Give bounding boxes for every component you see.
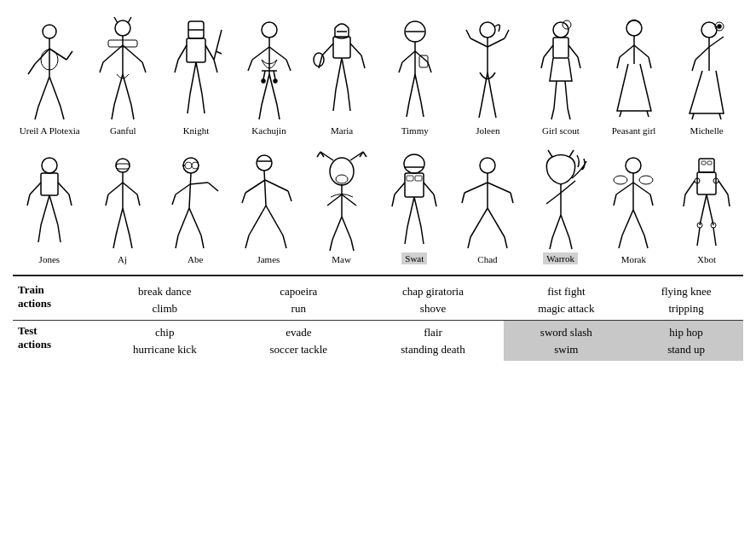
svg-line-115	[30, 183, 41, 194]
svg-line-94	[551, 108, 554, 119]
svg-line-72	[415, 74, 421, 102]
svg-line-191	[511, 193, 513, 203]
svg-line-127	[123, 183, 137, 194]
character-james: James	[239, 150, 298, 264]
svg-line-117	[27, 194, 30, 206]
svg-line-5	[49, 77, 61, 107]
svg-line-226	[728, 194, 730, 206]
svg-line-66	[402, 51, 415, 62]
label-aj: Aj	[118, 254, 127, 264]
figure-ganful	[93, 13, 153, 124]
svg-line-130	[116, 208, 123, 235]
svg-line-57	[361, 55, 365, 68]
svg-line-164	[363, 152, 366, 157]
svg-point-173	[404, 154, 424, 173]
svg-line-144	[189, 208, 201, 235]
character-aj: Aj	[93, 150, 153, 264]
svg-line-88	[544, 45, 553, 57]
svg-line-27	[178, 45, 187, 60]
svg-line-141	[208, 183, 218, 191]
character-chad: Chad	[458, 150, 517, 264]
main-divider	[13, 275, 743, 276]
svg-line-146	[201, 235, 204, 248]
svg-point-104	[701, 22, 717, 38]
svg-point-51	[274, 79, 277, 83]
label-joleen: Joleen	[476, 125, 499, 136]
character-jones: Jones	[20, 150, 79, 264]
svg-line-71	[409, 74, 415, 102]
svg-line-7	[61, 107, 64, 119]
test-col-2: evade soccer tackle	[234, 321, 362, 362]
svg-line-185	[421, 227, 424, 244]
label-michelle: Michelle	[690, 125, 724, 136]
svg-line-108	[709, 37, 724, 47]
row1-characters: Ureil A Plotexia	[13, 9, 743, 136]
svg-line-55	[350, 44, 361, 55]
svg-line-46	[286, 60, 291, 71]
figure-swat	[384, 148, 444, 251]
svg-line-49	[274, 71, 275, 79]
svg-line-109	[695, 47, 709, 60]
svg-line-84	[493, 105, 496, 118]
label-morak: Morak	[621, 254, 646, 264]
label-maria: Maria	[331, 125, 353, 136]
svg-line-223	[685, 181, 695, 194]
character-warrok: Warrok	[531, 148, 591, 264]
svg-rect-175	[405, 173, 424, 197]
svg-point-37	[262, 22, 277, 38]
svg-line-212	[650, 194, 653, 206]
svg-line-103	[647, 111, 649, 117]
svg-line-34	[202, 94, 205, 113]
character-swat: Swat	[384, 148, 444, 264]
svg-line-102	[620, 111, 621, 117]
svg-line-44	[277, 105, 280, 119]
test-actions-row: Test actions chip hurricane kick evade s…	[13, 321, 743, 362]
svg-line-35	[214, 30, 222, 60]
svg-line-189	[488, 183, 511, 193]
svg-point-123	[116, 159, 130, 172]
svg-point-113	[42, 158, 57, 173]
svg-line-9	[28, 64, 35, 74]
svg-line-15	[103, 45, 123, 62]
svg-line-4	[38, 77, 49, 107]
label-ureil: Ureil A Plotexia	[20, 125, 80, 136]
train-actions-row: Train actions break dance climb capoeira…	[13, 280, 743, 321]
svg-line-32	[196, 62, 202, 94]
svg-line-211	[614, 194, 616, 206]
test-col-1: chip hurricane kick	[95, 321, 234, 362]
svg-line-181	[434, 194, 436, 206]
svg-line-138	[189, 173, 191, 208]
figure-knight	[166, 13, 226, 124]
svg-point-106	[718, 25, 721, 28]
svg-line-111	[692, 113, 694, 119]
svg-line-129	[137, 194, 140, 206]
svg-point-147	[257, 155, 272, 171]
svg-rect-114	[41, 173, 58, 195]
character-abe: Abe	[165, 150, 225, 264]
svg-line-116	[58, 183, 69, 194]
svg-line-140	[190, 183, 208, 184]
svg-line-121	[38, 225, 41, 242]
svg-point-50	[262, 79, 265, 83]
character-joleen: Joleen	[458, 13, 517, 136]
label-girl-scout: Girl scout	[542, 125, 580, 136]
svg-line-156	[245, 235, 249, 248]
svg-point-165	[336, 175, 348, 183]
figure-xbot	[677, 150, 736, 252]
label-james: James	[257, 254, 280, 264]
label-kachujin: Kachujin	[251, 125, 286, 136]
svg-line-150	[245, 180, 265, 193]
svg-line-188	[465, 183, 488, 193]
svg-line-99	[634, 45, 649, 57]
test-col-3: flair standing death	[362, 321, 503, 362]
svg-line-10	[66, 51, 72, 60]
svg-line-80	[505, 30, 509, 38]
svg-point-206	[614, 176, 627, 184]
svg-line-151	[265, 180, 288, 191]
svg-line-157	[283, 235, 286, 248]
svg-line-60	[342, 58, 348, 90]
svg-line-19	[112, 105, 114, 119]
svg-line-2	[35, 49, 49, 64]
svg-line-20	[131, 105, 134, 119]
train-col-4: fist fight magic attack	[504, 280, 629, 321]
